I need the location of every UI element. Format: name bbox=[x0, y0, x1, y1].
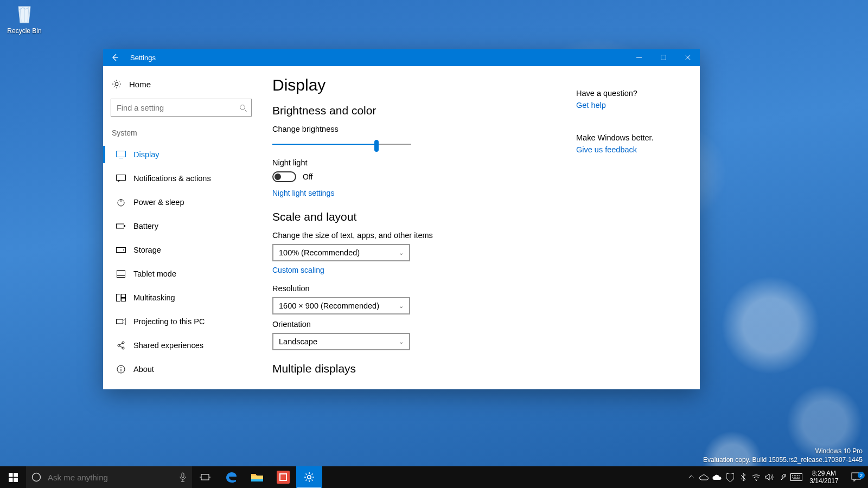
resolution-value: 868 × 488 (Recommended) bbox=[279, 301, 379, 310]
section-multiple-displays: Multiple displays bbox=[272, 362, 576, 375]
svg-rect-14 bbox=[117, 319, 123, 324]
home-button[interactable]: Home bbox=[111, 76, 252, 97]
nav-about[interactable]: About bbox=[103, 357, 252, 381]
project-icon bbox=[116, 317, 126, 326]
night-light-label: Night light bbox=[272, 158, 576, 167]
clock-date: 3/14/2017 bbox=[809, 477, 838, 485]
edge-icon bbox=[224, 470, 238, 484]
night-light-settings-link[interactable]: Night light settings bbox=[272, 189, 576, 197]
scale-dropdown[interactable]: 100% (Recommended) ⌄ bbox=[272, 244, 410, 261]
tray-bluetooth-icon[interactable] bbox=[737, 466, 750, 488]
night-light-toggle[interactable] bbox=[272, 171, 296, 182]
action-center-button[interactable]: 2 bbox=[844, 472, 868, 482]
orientation-dropdown[interactable]: Landscape ⌄ bbox=[272, 333, 410, 350]
svg-rect-11 bbox=[117, 294, 120, 301]
nav-multitasking[interactable]: Multitasking bbox=[103, 286, 252, 310]
svg-rect-25 bbox=[182, 473, 184, 478]
svg-rect-10 bbox=[117, 271, 125, 278]
task-view-button[interactable] bbox=[192, 466, 218, 488]
windows-icon bbox=[9, 473, 18, 482]
svg-rect-3 bbox=[117, 151, 126, 157]
nav-label: Battery bbox=[133, 222, 158, 230]
window-title: Settings bbox=[127, 54, 627, 62]
cortana-input[interactable] bbox=[47, 472, 174, 483]
custom-scaling-link[interactable]: Custom scaling bbox=[272, 266, 576, 274]
gear-icon bbox=[112, 79, 122, 89]
orientation-value: Landscape bbox=[279, 337, 317, 346]
svg-rect-12 bbox=[122, 294, 126, 298]
taskbar-clock[interactable]: 8:29 AM 3/14/2017 bbox=[804, 470, 844, 485]
section-scale: Scale and layout bbox=[272, 210, 576, 223]
svg-point-31 bbox=[756, 480, 757, 481]
tray-wifi-icon[interactable] bbox=[750, 466, 763, 488]
multitask-icon bbox=[116, 293, 126, 303]
settings-search-input[interactable] bbox=[116, 103, 239, 113]
nav-label: Display bbox=[133, 150, 159, 159]
watermark: Windows 10 Pro Evaluation copy. Build 15… bbox=[703, 447, 863, 464]
tray-keyboard-icon[interactable] bbox=[789, 466, 804, 488]
minimize-button[interactable] bbox=[627, 49, 651, 66]
nav-shared[interactable]: Shared experiences bbox=[103, 333, 252, 357]
recycle-bin-icon[interactable]: Recycle Bin bbox=[4, 2, 44, 35]
sidebar: Home System Display bbox=[103, 66, 259, 389]
cortana-search[interactable] bbox=[26, 466, 192, 488]
resolution-dropdown[interactable]: 868 × 488 (Recommended) ⌄ bbox=[272, 297, 410, 314]
help-panel: Have a question? Get help Make Windows b… bbox=[576, 74, 695, 382]
page-title: Display bbox=[272, 76, 576, 94]
svg-rect-23 bbox=[14, 478, 18, 482]
cortana-icon bbox=[31, 472, 41, 482]
tray-power-icon[interactable] bbox=[776, 466, 789, 488]
slider-thumb[interactable] bbox=[374, 140, 379, 152]
tray-defender-icon[interactable] bbox=[724, 466, 737, 488]
tray-cloud-icon[interactable] bbox=[711, 466, 724, 488]
power-icon bbox=[116, 197, 126, 207]
nav-display[interactable]: Display bbox=[103, 143, 252, 166]
home-label: Home bbox=[129, 80, 151, 89]
start-button[interactable] bbox=[0, 466, 26, 488]
get-help-link[interactable]: Get help bbox=[576, 101, 695, 110]
app-icon bbox=[277, 471, 290, 484]
nav-label: Multitasking bbox=[133, 293, 175, 302]
svg-point-2 bbox=[240, 105, 245, 110]
taskbar-edge[interactable] bbox=[218, 466, 244, 488]
desktop: Recycle Bin Windows 10 Pro Evaluation co… bbox=[0, 0, 868, 488]
chevron-down-icon: ⌄ bbox=[399, 303, 404, 310]
main-panel: Display Brightness and color Change brig… bbox=[259, 66, 700, 389]
tray-overflow-icon[interactable] bbox=[685, 466, 698, 488]
taskbar-settings[interactable] bbox=[296, 466, 322, 488]
notification-badge: 2 bbox=[858, 472, 865, 479]
taskbar-app-red[interactable] bbox=[270, 466, 296, 488]
nav-projecting[interactable]: Projecting to this PC bbox=[103, 310, 252, 333]
mic-icon[interactable] bbox=[179, 472, 187, 482]
battery-icon bbox=[116, 221, 126, 231]
svg-rect-7 bbox=[124, 225, 125, 227]
tray-onedrive-icon[interactable] bbox=[698, 466, 711, 488]
maximize-button[interactable] bbox=[651, 49, 675, 66]
feedback-link[interactable]: Give us feedback bbox=[576, 145, 695, 154]
storage-icon bbox=[116, 245, 126, 255]
tray-volume-icon[interactable] bbox=[763, 466, 776, 488]
svg-rect-0 bbox=[661, 55, 666, 60]
nav-battery[interactable]: Battery bbox=[103, 214, 252, 238]
clock-time: 8:29 AM bbox=[812, 470, 836, 477]
svg-rect-6 bbox=[117, 224, 124, 228]
settings-search[interactable] bbox=[111, 99, 252, 117]
titlebar[interactable]: Settings bbox=[103, 49, 700, 66]
svg-rect-22 bbox=[9, 478, 13, 482]
nav-tablet[interactable]: Tablet mode bbox=[103, 262, 252, 286]
nav-storage[interactable]: Storage bbox=[103, 238, 252, 262]
taskbar-explorer[interactable] bbox=[244, 466, 270, 488]
share-icon bbox=[116, 341, 126, 350]
orientation-label: Orientation bbox=[272, 320, 576, 329]
brightness-label: Change brightness bbox=[272, 125, 576, 133]
nav-notifications[interactable]: Notifications & actions bbox=[103, 166, 252, 190]
help-question: Have a question? bbox=[576, 89, 695, 98]
svg-rect-20 bbox=[9, 473, 13, 477]
back-button[interactable] bbox=[103, 49, 127, 66]
brightness-slider[interactable] bbox=[272, 138, 411, 151]
chat-icon bbox=[116, 174, 126, 183]
watermark-build: Evaluation copy. Build 15055.rs2_release… bbox=[703, 455, 863, 464]
nav-label: Notifications & actions bbox=[133, 174, 211, 183]
nav-power[interactable]: Power & sleep bbox=[103, 190, 252, 214]
close-button[interactable] bbox=[675, 49, 700, 66]
